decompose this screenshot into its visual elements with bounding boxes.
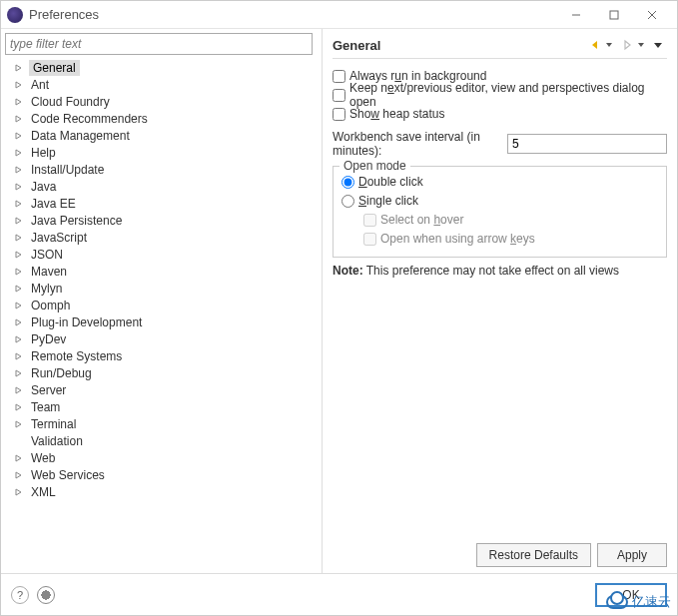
tree-item[interactable]: XML [5,483,318,500]
content-area: GeneralAntCloud FoundryCode Recommenders… [1,29,677,573]
back-button[interactable] [589,39,603,53]
expand-icon[interactable] [13,79,25,91]
restore-defaults-button[interactable]: Restore Defaults [476,543,591,567]
tree-item-label: Install/Update [29,163,106,177]
tree-item[interactable]: Java [5,178,318,195]
forward-button[interactable] [621,39,635,53]
forward-menu-icon[interactable] [637,39,651,53]
tree-item[interactable]: Server [5,381,318,398]
tree-item-label: Team [29,400,62,414]
expand-icon[interactable] [13,113,25,125]
import-export-icon[interactable] [37,586,55,604]
expand-icon[interactable] [13,181,25,193]
tree-item-label: Ant [29,78,51,92]
tree-item[interactable]: JavaScript [5,229,318,246]
expand-icon[interactable] [13,147,25,159]
filter-input[interactable] [5,33,313,55]
tree-item[interactable]: Install/Update [5,161,318,178]
expand-icon[interactable] [13,333,25,345]
show-heap-checkbox[interactable] [333,108,345,121]
tree-item-label: Validation [29,434,85,448]
tree-item[interactable]: PyDev [5,330,318,347]
title-bar: Preferences [1,1,677,29]
tree-item[interactable]: Code Recommenders [5,110,318,127]
expand-icon[interactable] [13,469,25,481]
expand-icon[interactable] [13,452,25,464]
tree-item[interactable]: Mylyn [5,280,318,297]
open-arrow-keys-label: Open when using arrow keys [380,232,535,246]
open-arrow-keys-checkbox [363,233,376,246]
single-click-radio[interactable] [341,195,354,208]
expand-icon[interactable] [13,384,25,396]
back-menu-icon[interactable] [605,39,619,53]
expand-icon[interactable] [13,316,25,328]
tree-item-label: Web Services [29,468,107,482]
tree-item[interactable]: Data Management [5,127,318,144]
expand-icon[interactable] [13,367,25,379]
expand-icon[interactable] [13,249,25,261]
tree-item[interactable]: Maven [5,263,318,280]
watermark: 亿速云 [606,593,671,611]
single-click-label: Single click [358,194,418,208]
tree-item-label: Run/Debug [29,366,94,380]
tree-item-label: PyDev [29,332,68,346]
expand-icon[interactable] [13,486,25,498]
tree-item[interactable]: Java EE [5,195,318,212]
tree-item[interactable]: Help [5,144,318,161]
open-mode-legend: Open mode [339,159,410,173]
tree-item[interactable]: Oomph [5,297,318,313]
close-button[interactable] [633,3,671,27]
tree-item-label: XML [29,485,58,499]
tree-item-label: Help [29,146,58,160]
tree-item-label: Remote Systems [29,349,124,363]
expand-icon[interactable] [13,350,25,362]
tree-item[interactable]: Web [5,449,318,466]
double-click-radio[interactable] [341,176,354,189]
tree-item[interactable]: Remote Systems [5,347,318,364]
tree-item[interactable]: Plug-in Development [5,313,318,330]
expand-icon[interactable] [13,232,25,244]
expand-icon[interactable] [13,62,25,74]
view-menu-icon[interactable] [653,39,667,53]
save-interval-input[interactable] [507,134,667,154]
expand-icon[interactable] [13,266,25,278]
expand-icon[interactable] [13,401,25,413]
app-icon [7,7,23,23]
preferences-tree[interactable]: GeneralAntCloud FoundryCode Recommenders… [5,55,318,569]
expand-icon[interactable] [13,300,25,311]
help-icon[interactable]: ? [11,586,29,604]
svg-rect-1 [610,11,618,19]
double-click-row: Double click [341,173,658,191]
expand-icon[interactable] [13,164,25,176]
always-run-bg-checkbox[interactable] [333,70,345,83]
tree-item[interactable]: Java Persistence [5,212,318,229]
show-heap-label: Show heap status [349,107,444,121]
panel-buttons: Restore Defaults Apply [333,535,667,567]
save-interval-label: Workbench save interval (in minutes): [333,130,503,158]
tree-item-label: Web [29,451,57,465]
tree-item[interactable]: General [5,59,318,76]
apply-button[interactable]: Apply [597,543,667,567]
expand-icon[interactable] [13,418,25,430]
tree-item[interactable]: Run/Debug [5,364,318,381]
tree-item[interactable]: Terminal [5,415,318,432]
maximize-button[interactable] [595,3,633,27]
left-panel: GeneralAntCloud FoundryCode Recommenders… [1,29,323,573]
expand-icon[interactable] [13,283,25,295]
expand-icon[interactable] [13,215,25,227]
tree-item[interactable]: Ant [5,76,318,93]
tree-item[interactable]: JSON [5,246,318,263]
keep-editor-checkbox[interactable] [333,89,345,102]
keep-editor-row: Keep next/previous editor, view and pers… [333,86,667,104]
save-interval-row: Workbench save interval (in minutes): [333,130,667,158]
expand-icon[interactable] [13,130,25,142]
tree-item[interactable]: Team [5,398,318,415]
tree-item[interactable]: Web Services [5,466,318,483]
tree-item[interactable]: Validation [5,432,318,449]
expand-icon[interactable] [13,96,25,108]
expand-icon[interactable] [13,198,25,210]
tree-item-label: Data Management [29,129,132,143]
tree-item[interactable]: Cloud Foundry [5,93,318,110]
minimize-button[interactable] [557,3,595,27]
select-on-hover-label: Select on hover [380,213,463,227]
